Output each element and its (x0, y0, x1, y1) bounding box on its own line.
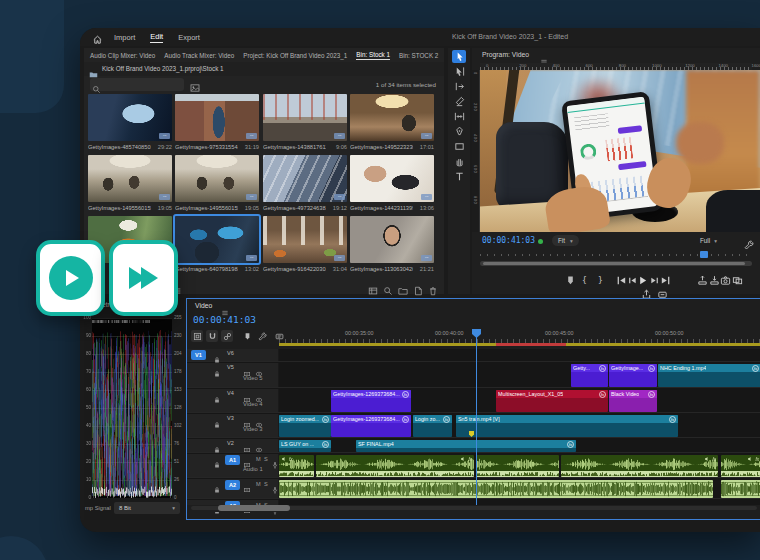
track-header-V4[interactable]: V4Video 4 (187, 389, 279, 412)
clip[interactable]: GettyImages-1269373684...fx (331, 390, 411, 412)
mark-out-button[interactable]: } (594, 274, 607, 287)
audio-clip[interactable] (476, 455, 559, 477)
timeline-settings-button[interactable] (256, 330, 268, 342)
track-header-V5[interactable]: V5Video 5 (187, 363, 279, 387)
media-item[interactable]: ··· (175, 216, 259, 263)
program-timecode[interactable]: 00:00:41:03 (482, 236, 535, 245)
clip[interactable]: GettyImage...fx (609, 364, 657, 387)
audio-clip[interactable]: fx (561, 455, 718, 477)
tool-track-select-forward[interactable] (452, 65, 466, 78)
audio-clip[interactable]: fx (316, 455, 474, 477)
nav-export[interactable]: Export (178, 33, 200, 42)
tool-rectangle[interactable] (452, 140, 466, 153)
track-badge[interactable]: V6 (227, 350, 234, 356)
media-item[interactable]: ··· (175, 155, 259, 202)
project-tab[interactable]: Audio Clip Mixer: Video (90, 52, 155, 59)
program-scrollbar[interactable] (480, 261, 752, 266)
clip[interactable]: Login zoomed...fx (279, 415, 331, 437)
track-badge[interactable]: V5 (227, 364, 234, 370)
home-icon[interactable] (92, 31, 103, 49)
mute-button[interactable]: M (256, 481, 261, 487)
clip[interactable]: Multiscreen_Layout_X1_05fx (496, 390, 608, 412)
audio-clip[interactable]: ♪fx (721, 480, 760, 498)
track-badge[interactable]: V2 (227, 440, 234, 446)
solo-button[interactable]: S (264, 481, 268, 487)
track-header-A1[interactable]: A1MSAudio 1 (187, 454, 279, 477)
solo-button[interactable]: S (264, 456, 268, 462)
media-item[interactable]: ··· (350, 94, 434, 141)
track-badge[interactable]: A2 (225, 480, 240, 490)
clip[interactable]: GettyImages-1269373684...fx (331, 415, 411, 437)
scrollbar-thumb[interactable] (218, 505, 290, 511)
tool-ripple-edit[interactable] (452, 80, 466, 93)
tool-type[interactable] (452, 170, 466, 183)
tool-hand[interactable] (452, 155, 466, 168)
clip[interactable]: LS GUY on ...fx (279, 440, 331, 452)
mini-playhead[interactable] (700, 251, 708, 258)
nav-import[interactable]: Import (114, 33, 135, 42)
lock-icon[interactable] (213, 455, 221, 473)
timeline-timecode[interactable]: 00:00:41:03 (193, 314, 256, 325)
clip[interactable]: Black Videofx (609, 390, 657, 412)
clip[interactable]: NHC Ending 1.mp4fx (658, 364, 760, 387)
project-tab[interactable]: Project: Kick Off Brand Video 2023_1 (243, 52, 347, 59)
mute-button[interactable]: M (256, 456, 261, 462)
clip[interactable]: SF FINAL.mp4fx (356, 440, 576, 452)
project-tab[interactable]: Bin: STOCK 2 (399, 52, 438, 59)
lock-icon[interactable] (213, 415, 221, 433)
audio-clip[interactable]: ♪fx (279, 480, 713, 498)
track-header-V2[interactable]: V2 (187, 439, 279, 452)
program-tab[interactable]: Program: Video (482, 51, 529, 58)
track-badge[interactable]: A1 (225, 455, 240, 465)
lock-icon[interactable] (213, 364, 221, 382)
mic-icon[interactable] (271, 480, 279, 498)
timeline-scrollbar[interactable] (187, 505, 760, 512)
lock-icon[interactable] (213, 480, 221, 498)
linked-selection-button[interactable] (221, 330, 233, 342)
mic-icon[interactable] (271, 455, 279, 473)
program-mini-timeline[interactable] (480, 251, 752, 259)
tool-razor[interactable] (452, 95, 466, 108)
play-button[interactable] (36, 240, 105, 316)
zoom-level-dropdown[interactable]: Fit▾ (552, 235, 579, 246)
comparison-view-button[interactable] (731, 274, 744, 287)
track-badge[interactable]: V4 (227, 390, 234, 396)
audio-clip[interactable]: fx (721, 455, 760, 477)
clip[interactable]: Login zo...fx (413, 415, 452, 437)
add-marker-button[interactable] (564, 274, 577, 287)
tool-selection[interactable] (452, 50, 466, 63)
tool-slip[interactable] (452, 110, 466, 123)
nav-edit[interactable]: Edit (150, 32, 163, 43)
source-patch-badge[interactable]: V1 (191, 350, 206, 360)
captions-button[interactable] (273, 330, 285, 342)
sync-lock-icon[interactable] (243, 480, 251, 498)
track-header-V6[interactable]: V1V6 (187, 349, 279, 361)
track-header-V3[interactable]: V3Video 3 (187, 414, 279, 437)
fast-forward-button[interactable] (109, 240, 178, 316)
clip[interactable]: Sn5 train.mp4 [V]fx (456, 415, 678, 437)
media-item[interactable]: ··· (263, 155, 347, 202)
track-badge[interactable]: V3 (227, 415, 234, 421)
bit-depth-dropdown[interactable]: 8 Bit▾ (114, 502, 180, 514)
project-tab[interactable]: Bin: Stock 1 (356, 51, 390, 60)
project-tab[interactable]: Audio Track Mixer: Video (164, 52, 234, 59)
media-item[interactable]: ··· (263, 216, 347, 263)
snap-button[interactable] (206, 330, 218, 342)
playback-resolution-dropdown[interactable]: Full▾ (700, 235, 717, 246)
media-item[interactable]: ··· (350, 155, 434, 202)
search-input[interactable] (104, 79, 180, 89)
timeline-tab[interactable]: Video (195, 302, 212, 309)
track-header-A2[interactable]: A2MS (187, 479, 279, 498)
media-item[interactable]: ··· (88, 94, 172, 141)
go-to-out-button[interactable] (659, 274, 672, 287)
media-item[interactable]: ··· (88, 155, 172, 202)
media-item[interactable]: ··· (175, 94, 259, 141)
media-item[interactable]: ··· (350, 216, 434, 263)
audio-clip[interactable]: fx (279, 455, 314, 477)
clip[interactable]: Getty...fx (571, 364, 608, 387)
add-marker-button[interactable] (241, 330, 253, 342)
nest-toggle-button[interactable] (191, 330, 203, 342)
tool-pen[interactable] (452, 125, 466, 138)
media-item[interactable]: ··· (263, 94, 347, 141)
mark-in-button[interactable]: { (578, 274, 591, 287)
